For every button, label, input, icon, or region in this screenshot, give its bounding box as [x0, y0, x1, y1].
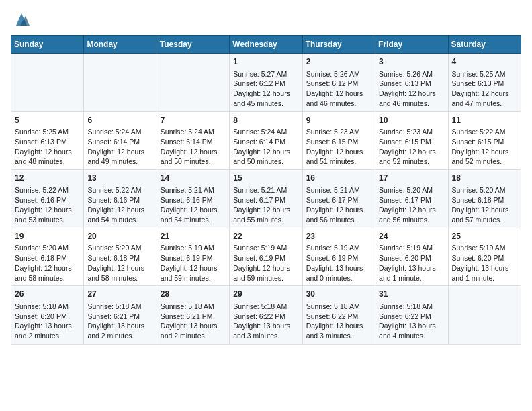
day-number: 21 [161, 231, 226, 242]
day-info: Daylight: 13 hours and 1 minute. [452, 263, 517, 283]
calendar-cell: 13Sunrise: 5:22 AMSunset: 6:16 PMDayligh… [84, 170, 157, 228]
day-info: Daylight: 12 hours and 59 minutes. [233, 263, 298, 283]
calendar-cell: 10Sunrise: 5:23 AMSunset: 6:15 PMDayligh… [375, 111, 448, 170]
calendar-cell: 20Sunrise: 5:20 AMSunset: 6:18 PMDayligh… [84, 228, 157, 286]
calendar-cell [157, 54, 229, 112]
day-info: Sunrise: 5:18 AM [233, 302, 298, 312]
day-info: Sunset: 6:22 PM [306, 312, 371, 322]
day-number: 16 [306, 173, 371, 184]
day-info: Sunrise: 5:22 AM [87, 185, 152, 195]
day-info: Daylight: 12 hours and 47 minutes. [452, 89, 517, 108]
day-number: 23 [306, 231, 371, 242]
calendar-week-row: 26Sunrise: 5:18 AMSunset: 6:20 PMDayligh… [11, 286, 521, 345]
calendar-cell: 22Sunrise: 5:19 AMSunset: 6:19 PMDayligh… [230, 228, 302, 286]
day-info: Daylight: 12 hours and 56 minutes. [379, 205, 444, 224]
day-number: 24 [379, 231, 444, 242]
day-info: Sunset: 6:19 PM [306, 253, 371, 263]
day-info: Sunrise: 5:18 AM [87, 302, 152, 312]
calendar-cell: 29Sunrise: 5:18 AMSunset: 6:22 PMDayligh… [230, 286, 302, 345]
day-number: 25 [452, 231, 517, 242]
calendar-cell [11, 54, 84, 112]
calendar-cell: 3Sunrise: 5:26 AMSunset: 6:13 PMDaylight… [375, 54, 448, 112]
day-number: 13 [87, 173, 152, 184]
day-info: Daylight: 13 hours and 3 minutes. [306, 321, 371, 340]
day-number: 15 [233, 173, 298, 184]
calendar-cell: 21Sunrise: 5:19 AMSunset: 6:19 PMDayligh… [157, 228, 229, 286]
day-info: Sunset: 6:18 PM [15, 253, 80, 263]
day-info: Sunrise: 5:22 AM [15, 185, 80, 195]
weekday-header: Sunday [11, 36, 84, 54]
day-number: 19 [15, 231, 80, 242]
day-info: Sunset: 6:19 PM [233, 253, 298, 263]
day-info: Daylight: 12 hours and 59 minutes. [161, 263, 226, 283]
day-info: Daylight: 13 hours and 3 minutes. [233, 321, 298, 340]
day-info: Daylight: 13 hours and 2 minutes. [161, 321, 226, 340]
day-info: Daylight: 12 hours and 50 minutes. [233, 147, 298, 167]
calendar-cell: 5Sunrise: 5:25 AMSunset: 6:13 PMDaylight… [11, 111, 84, 170]
calendar-cell: 4Sunrise: 5:25 AMSunset: 6:13 PMDaylight… [448, 54, 521, 112]
calendar-cell: 28Sunrise: 5:18 AMSunset: 6:21 PMDayligh… [157, 286, 229, 345]
day-info: Daylight: 12 hours and 52 minutes. [379, 147, 444, 167]
day-info: Daylight: 12 hours and 52 minutes. [452, 147, 517, 167]
day-info: Sunset: 6:15 PM [452, 137, 517, 147]
day-info: Sunrise: 5:19 AM [306, 243, 371, 253]
day-info: Sunset: 6:16 PM [161, 195, 226, 205]
day-info: Sunset: 6:14 PM [87, 137, 152, 147]
calendar-cell: 6Sunrise: 5:24 AMSunset: 6:14 PMDaylight… [84, 111, 157, 170]
calendar-cell: 31Sunrise: 5:18 AMSunset: 6:22 PMDayligh… [375, 286, 448, 345]
day-info: Sunrise: 5:21 AM [161, 185, 226, 195]
day-number: 26 [15, 289, 80, 300]
weekday-header: Wednesday [230, 36, 302, 54]
weekday-header: Saturday [448, 36, 521, 54]
day-info: Sunrise: 5:18 AM [306, 302, 371, 312]
day-info: Sunrise: 5:26 AM [306, 69, 371, 79]
day-info: Daylight: 12 hours and 58 minutes. [87, 263, 152, 283]
day-info: Sunset: 6:14 PM [233, 137, 298, 147]
calendar-week-row: 12Sunrise: 5:22 AMSunset: 6:16 PMDayligh… [11, 170, 521, 228]
day-info: Sunset: 6:14 PM [161, 137, 226, 147]
day-info: Sunrise: 5:20 AM [15, 243, 80, 253]
day-info: Sunrise: 5:22 AM [452, 127, 517, 137]
day-info: Sunset: 6:16 PM [15, 195, 80, 205]
day-number: 14 [161, 173, 226, 184]
day-info: Sunset: 6:22 PM [233, 312, 298, 322]
calendar-cell: 7Sunrise: 5:24 AMSunset: 6:14 PMDaylight… [157, 111, 229, 170]
day-number: 7 [161, 115, 226, 126]
day-info: Daylight: 12 hours and 46 minutes. [379, 89, 444, 108]
day-info: Sunrise: 5:19 AM [452, 243, 517, 253]
day-info: Sunset: 6:12 PM [306, 79, 371, 89]
day-info: Daylight: 13 hours and 2 minutes. [15, 321, 80, 340]
day-info: Sunset: 6:13 PM [452, 79, 517, 89]
day-number: 18 [452, 173, 517, 184]
day-info: Sunrise: 5:23 AM [379, 127, 444, 137]
day-number: 20 [87, 231, 152, 242]
day-info: Daylight: 12 hours and 51 minutes. [306, 147, 371, 167]
page-header [11, 11, 521, 30]
day-info: Sunset: 6:13 PM [15, 137, 80, 147]
day-info: Sunrise: 5:24 AM [87, 127, 152, 137]
day-info: Sunrise: 5:24 AM [233, 127, 298, 137]
day-info: Sunset: 6:16 PM [87, 195, 152, 205]
day-info: Daylight: 12 hours and 46 minutes. [306, 89, 371, 108]
day-info: Sunset: 6:21 PM [161, 312, 226, 322]
calendar-cell: 27Sunrise: 5:18 AMSunset: 6:21 PMDayligh… [84, 286, 157, 345]
day-number: 8 [233, 115, 298, 126]
calendar-cell: 24Sunrise: 5:19 AMSunset: 6:20 PMDayligh… [375, 228, 448, 286]
day-info: Sunrise: 5:21 AM [233, 185, 298, 195]
day-info: Sunset: 6:18 PM [87, 253, 152, 263]
day-number: 12 [15, 173, 80, 184]
day-info: Sunrise: 5:20 AM [379, 185, 444, 195]
calendar-cell: 8Sunrise: 5:24 AMSunset: 6:14 PMDaylight… [230, 111, 302, 170]
day-info: Daylight: 12 hours and 53 minutes. [15, 205, 80, 224]
calendar-cell: 17Sunrise: 5:20 AMSunset: 6:17 PMDayligh… [375, 170, 448, 228]
day-info: Sunrise: 5:26 AM [379, 69, 444, 79]
day-info: Daylight: 13 hours and 0 minutes. [306, 263, 371, 283]
day-info: Sunrise: 5:25 AM [15, 127, 80, 137]
day-info: Daylight: 12 hours and 50 minutes. [161, 147, 226, 167]
calendar-cell: 26Sunrise: 5:18 AMSunset: 6:20 PMDayligh… [11, 286, 84, 345]
calendar-cell: 25Sunrise: 5:19 AMSunset: 6:20 PMDayligh… [448, 228, 521, 286]
day-info: Daylight: 13 hours and 4 minutes. [379, 321, 444, 340]
day-number: 2 [306, 56, 371, 68]
day-info: Sunrise: 5:20 AM [87, 243, 152, 253]
calendar-week-row: 5Sunrise: 5:25 AMSunset: 6:13 PMDaylight… [11, 111, 521, 170]
